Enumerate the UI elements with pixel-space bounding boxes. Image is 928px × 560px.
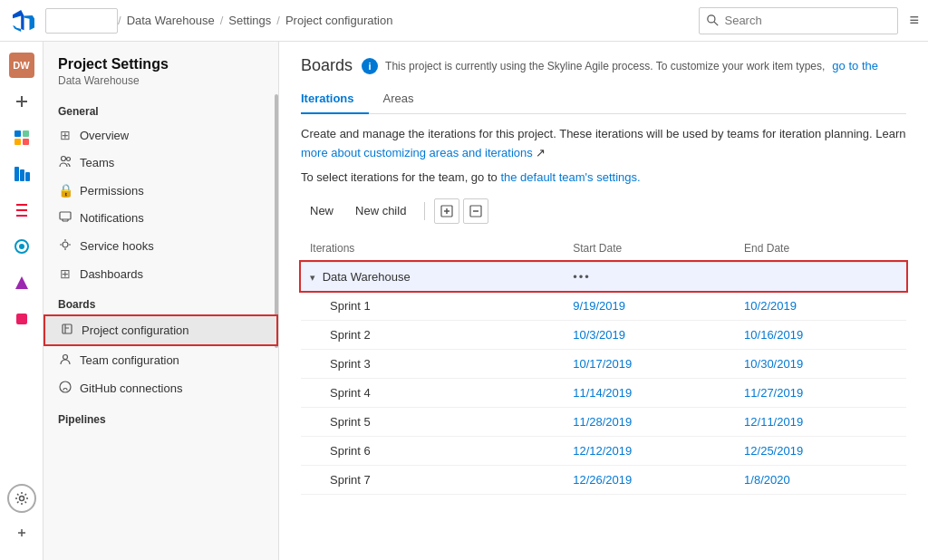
topbar: / Data Warehouse / Settings / Project co…: [0, 0, 928, 42]
team-settings-note: To select iterations for the team, go to…: [301, 170, 906, 184]
sidebar-item-github-connections[interactable]: GitHub connections: [44, 374, 278, 402]
sidebar-item-permissions[interactable]: 🔒 Permissions: [44, 177, 278, 204]
sidebar-item-notifications[interactable]: Notifications: [44, 204, 278, 232]
table-row: Sprint 6 12/12/2019 12/25/2019: [301, 436, 906, 465]
add-icon[interactable]: [5, 85, 38, 118]
iter-end: 10/16/2019: [735, 320, 906, 349]
sidebar-item-github-connections-label: GitHub connections: [80, 381, 182, 395]
overview-icon[interactable]: [5, 121, 38, 154]
iter-name-cell[interactable]: Sprint 6: [301, 436, 564, 465]
table-row: Sprint 4 11/14/2019 11/27/2019: [301, 378, 906, 407]
svg-point-20: [63, 355, 68, 360]
expand-all-button[interactable]: [434, 198, 459, 224]
iter-start: 11/14/2019: [564, 378, 735, 407]
artifacts-icon[interactable]: [5, 303, 38, 335]
info-link[interactable]: go to the: [832, 59, 878, 72]
table-row: Sprint 3 10/17/2019 10/30/2019: [301, 349, 906, 378]
new-button[interactable]: New: [301, 199, 343, 222]
settings-icon[interactable]: [7, 484, 36, 513]
sidebar-item-teams-label: Teams: [80, 156, 114, 169]
dw-badge: DW: [9, 53, 34, 78]
svg-point-12: [19, 244, 24, 249]
iter-end: 12/25/2019: [735, 436, 906, 465]
collapse-all-button[interactable]: [463, 198, 488, 224]
org-selector[interactable]: [45, 8, 118, 34]
svg-rect-9: [20, 169, 24, 181]
iter-name-cell[interactable]: Sprint 3: [301, 349, 564, 378]
svg-point-15: [62, 157, 66, 161]
sidebar-item-overview[interactable]: ⊞ Overview: [44, 121, 278, 149]
new-child-button[interactable]: New child: [346, 199, 415, 222]
svg-rect-6: [14, 139, 21, 145]
tabs: Iterations Areas: [301, 84, 906, 114]
sidebar-item-dashboards-label: Dashboards: [80, 267, 143, 281]
sidebar-item-team-configuration[interactable]: Team configuration: [44, 346, 278, 374]
tab-iterations[interactable]: Iterations: [301, 84, 369, 114]
content-area: Boards i This project is currently using…: [279, 42, 928, 560]
iter-start: •••: [564, 262, 735, 291]
permissions-nav-icon: 🔒: [58, 183, 72, 198]
toolbar: New New child: [301, 198, 906, 224]
breadcrumb-item-2[interactable]: Settings: [228, 14, 271, 27]
project-settings-title: Project Settings: [58, 56, 264, 72]
table-row: Sprint 7 12/26/2019 1/8/2020: [301, 465, 906, 494]
sidebar-item-teams[interactable]: Teams: [44, 149, 278, 177]
svg-rect-10: [25, 172, 30, 181]
sidebar-header: Project Settings Data Warehouse: [44, 42, 278, 94]
iter-name-cell[interactable]: ▾ Data Warehouse: [301, 262, 564, 291]
dw-avatar[interactable]: DW: [5, 49, 38, 82]
info-text: This project is currently using the Skyl…: [385, 60, 825, 72]
content-header: Boards i This project is currently using…: [301, 56, 906, 75]
pipelines-icon[interactable]: [5, 230, 38, 263]
team-config-nav-icon: [58, 352, 72, 368]
repos-icon[interactable]: [5, 194, 38, 227]
svg-rect-5: [23, 130, 29, 137]
project-name: Data Warehouse: [58, 74, 264, 87]
expand-icon[interactable]: [5, 517, 38, 549]
iter-start: 11/28/2019: [564, 407, 735, 436]
default-team-settings-link[interactable]: the default team's settings.: [500, 170, 640, 184]
svg-rect-17: [60, 212, 71, 219]
description-learn-more-link[interactable]: more about customizing areas and iterati…: [301, 146, 533, 159]
iter-name-cell[interactable]: Sprint 2: [301, 320, 564, 349]
service-hooks-nav-icon: [58, 238, 72, 254]
iter-name-cell[interactable]: Sprint 7: [301, 465, 564, 494]
general-section-label: General: [44, 94, 278, 121]
iter-end: 12/11/2019: [735, 407, 906, 436]
github-nav-icon: [58, 381, 72, 396]
icon-rail: DW: [0, 42, 44, 560]
col-start-date: Start Date: [564, 235, 735, 263]
sidebar-item-dashboards[interactable]: ⊞ Dashboards: [44, 260, 278, 287]
dashboards-nav-icon: ⊞: [58, 266, 72, 281]
search-icon: [707, 14, 719, 26]
svg-line-1: [715, 22, 719, 25]
boards-icon[interactable]: [5, 158, 38, 190]
search-input[interactable]: [724, 14, 890, 27]
breadcrumb-item-3[interactable]: Project configuration: [285, 14, 393, 27]
azure-devops-logo[interactable]: [9, 6, 38, 35]
iter-start: 9/19/2019: [564, 291, 735, 320]
iter-name-cell[interactable]: Sprint 5: [301, 407, 564, 436]
toolbar-separator: [424, 202, 425, 220]
sidebar-item-service-hooks[interactable]: Service hooks: [44, 232, 278, 260]
iter-end: [735, 262, 906, 291]
tab-areas[interactable]: Areas: [383, 84, 429, 114]
breadcrumb: / Data Warehouse / Settings / Project co…: [118, 14, 699, 27]
sidebar-item-permissions-label: Permissions: [80, 184, 144, 198]
table-row: Sprint 2 10/3/2019 10/16/2019: [301, 320, 906, 349]
project-config-nav-icon: [60, 323, 74, 338]
sidebar-item-project-configuration[interactable]: Project configuration: [44, 314, 278, 346]
iter-name-cell[interactable]: Sprint 1: [301, 291, 564, 320]
svg-rect-19: [63, 324, 72, 333]
iter-name: Data Warehouse: [323, 270, 411, 284]
iter-start: 12/26/2019: [564, 465, 735, 494]
search-box[interactable]: [699, 7, 898, 34]
menu-icon[interactable]: ≡: [909, 11, 919, 30]
testplans-icon[interactable]: [5, 266, 38, 299]
breadcrumb-item-1[interactable]: Data Warehouse: [127, 14, 215, 27]
overview-nav-icon: ⊞: [58, 128, 72, 142]
svg-rect-8: [14, 167, 19, 181]
iter-name-cell[interactable]: Sprint 4: [301, 378, 564, 407]
svg-point-16: [67, 158, 71, 161]
svg-rect-7: [23, 139, 29, 145]
